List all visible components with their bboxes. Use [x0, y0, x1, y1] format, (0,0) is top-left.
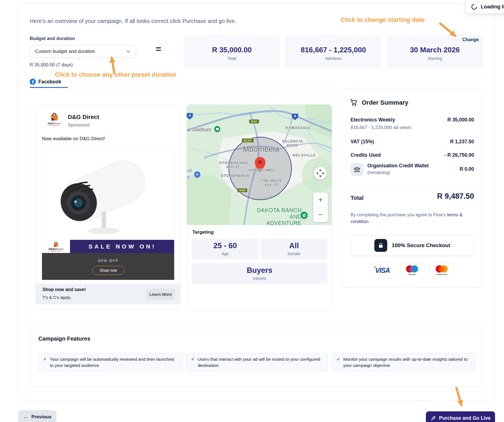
- stat-total-label: Total: [184, 56, 280, 61]
- map-pan-control[interactable]: [314, 167, 327, 180]
- mastercard-logo: mastercard: [430, 262, 454, 278]
- ad-sale-banner: D&GDirect SALE NOW ON!: [42, 240, 174, 253]
- credits-used-amount: - R 26,750.00: [444, 152, 474, 158]
- check-icon: ✓: [43, 356, 47, 369]
- map-label-sonheuwel: SONHEUWEL: [248, 168, 274, 172]
- ad-message: Now available on D&G Direct!: [42, 136, 105, 142]
- stat-total: R 35,000.00 Total: [184, 35, 280, 69]
- wallet-name: Organisation Credit Wallet: [367, 163, 429, 169]
- change-date-link[interactable]: Change: [462, 37, 479, 42]
- purchase-go-live-button[interactable]: Purchase and Go Live: [426, 411, 495, 422]
- chevron-down-icon: [126, 49, 131, 54]
- line-item-amount: R 35,000.00: [447, 117, 474, 123]
- map-label-nelsville: NELSVILLE: [293, 153, 315, 157]
- loading-toast: Loading lis: [466, 0, 504, 13]
- offer-text: 30% OFF: [42, 259, 174, 263]
- tab-divider: [30, 88, 332, 88]
- ad-footer-title: Shop now and save!: [43, 287, 86, 292]
- secure-checkout-label: 100% Secure Checkout: [392, 242, 450, 248]
- lock-icon: [374, 239, 387, 252]
- stat-starting-value: 30 March 2026: [387, 46, 483, 54]
- map-label-stonehenge-310: STONEHENGE 310-JT: [219, 161, 247, 169]
- budget-duration-value: Custom budget and duration: [35, 49, 95, 54]
- map-label-kamagugu: KAMAGUGU: [285, 126, 311, 130]
- logo-tagline: [50, 125, 59, 126]
- summary-divider: [351, 187, 474, 187]
- line-item-name: Electronics Weekly: [351, 117, 395, 123]
- map-label-stonehenge: STONEHENGE: [221, 174, 248, 178]
- projector-illustration: [42, 149, 174, 240]
- logo-light: Direct: [53, 122, 61, 125]
- campaign-features-card: Campaign Features ✓ Your campaign will b…: [30, 328, 483, 386]
- campaign-review-page: Here’s an overview of your campaign. If …: [0, 0, 504, 422]
- logo-bold: D&G: [48, 122, 53, 125]
- line-item-adviews: 816,667 - 1,225,000 ad views: [351, 125, 411, 130]
- wallet-amount: R 0.00: [459, 166, 474, 172]
- route-r40-badge: R40: [249, 119, 259, 124]
- overview-text: Here’s an overview of your campaign. If …: [30, 18, 236, 24]
- map-zoom-control: + −: [313, 193, 328, 222]
- learn-more-button[interactable]: Learn More: [146, 289, 175, 300]
- stat-starting: Change 30 March 2026 Starting: [387, 35, 483, 69]
- vat-amount: R 1,237.50: [450, 139, 474, 145]
- stat-adviews-label: AdViews: [285, 56, 381, 61]
- tab-facebook[interactable]: Facebook: [30, 79, 61, 85]
- credits-used-label: Credits Used: [351, 152, 381, 158]
- route-r104-badge: R104: [242, 138, 254, 143]
- map-label-city: Mbombela: [237, 145, 285, 154]
- targeting-title: Targeting: [192, 229, 214, 235]
- map-label-airport-partial: uit: [187, 168, 192, 174]
- ad-creative-image: D&GDirect SALE NOW ON! 30% OFF Shop now: [42, 149, 174, 280]
- map-targeting-card: a Stadium 4 4 R40 KAMAGUGU R104 VALENCIA…: [186, 104, 332, 310]
- stat-total-value: R 35,000.00: [184, 46, 280, 54]
- ad-brand-name: D&G Direct: [68, 114, 99, 120]
- logo-tagline: [51, 251, 61, 252]
- check-icon: ✓: [337, 356, 340, 369]
- bank-icon: [351, 163, 363, 176]
- map-label-the-rest: THE REST 454-JT: [260, 179, 283, 187]
- ad-offer-section: 30% OFF Shop now: [42, 253, 174, 280]
- arrow-left-icon: ←: [23, 414, 29, 420]
- zoom-in-button[interactable]: +: [313, 193, 328, 207]
- targeting-gender: All Gender: [261, 238, 327, 259]
- budget-duration-select[interactable]: Custom budget and duration: [30, 45, 136, 58]
- order-summary-card: Order Summary Electronics Weekly R 35,00…: [341, 89, 483, 288]
- targeting-map[interactable]: a Stadium 4 4 R40 KAMAGUGU R104 VALENCIA…: [187, 105, 332, 225]
- banner-logo: D&GDirect: [42, 240, 70, 253]
- ad-sponsored-label: Sponsored: [68, 123, 89, 128]
- spinner-icon: [471, 4, 477, 10]
- maestro-logo: maestro: [400, 262, 424, 278]
- map-label-airport-partial: rt: [187, 175, 190, 180]
- terms-text: By completing the purchase you agree to …: [351, 212, 472, 225]
- campaign-features-title: Campaign Features: [38, 336, 90, 342]
- airport-icon: ✈: [193, 171, 201, 178]
- ad-footer-note: T's & C's apply.: [43, 295, 71, 300]
- map-label-stadium: a Stadium: [187, 126, 211, 133]
- feature-item: ✓ Your campaign will be automatically re…: [38, 353, 183, 372]
- visa-logo: VISA: [370, 262, 395, 278]
- annotation-change-date: Click to change starting date: [340, 16, 425, 24]
- feature-item: ✓ Monitor your campaign results with up-…: [332, 353, 475, 372]
- total-label: Total: [351, 195, 363, 201]
- rocket-icon: [430, 415, 436, 421]
- ad-preview-card: D&GDirect D&G Direct Sponsored Now avail…: [36, 104, 181, 310]
- order-summary-title: Order Summary: [362, 99, 408, 106]
- cart-icon: [350, 99, 358, 107]
- previous-button[interactable]: ← Previous: [18, 410, 57, 422]
- zoom-out-button[interactable]: −: [313, 207, 328, 222]
- sale-banner-text: SALE NOW ON!: [70, 240, 174, 253]
- total-amount: R 9,487.50: [437, 192, 474, 201]
- facebook-icon: [30, 79, 36, 85]
- stat-starting-label: Starting: [387, 56, 483, 61]
- budget-duration-label: Budget and duration: [30, 36, 75, 41]
- route-r40-badge: R40: [237, 188, 248, 193]
- shop-now-button[interactable]: Shop now: [92, 266, 125, 275]
- vat-label: VAT (15%): [351, 139, 374, 145]
- secure-checkout-badge: 100% Secure Checkout: [351, 235, 474, 256]
- dakota-park-marker: [300, 211, 308, 219]
- check-icon: ✓: [191, 356, 195, 369]
- toast-label: Loading lis: [481, 4, 504, 10]
- ad-footer: Shop now and save! T's & C's apply. Lear…: [36, 284, 180, 304]
- advertiser-logo: D&GDirect: [46, 112, 63, 126]
- equals-sign: =: [156, 44, 161, 55]
